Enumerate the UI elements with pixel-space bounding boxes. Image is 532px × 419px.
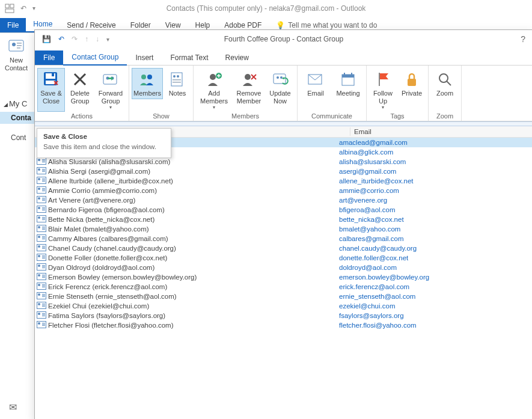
grid-row[interactable]: Chanel Caudy (chanel.caudy@caudy.org)cha… — [35, 243, 532, 253]
qat-app-icon — [5, 4, 14, 13]
svg-point-24 — [245, 74, 251, 80]
svg-rect-1 — [10, 4, 14, 8]
row-name: Fatima Saylors (fsaylors@saylors.org) — [48, 312, 335, 319]
row-email: ezekiel@chui.com — [335, 302, 532, 310]
popup-tab-review[interactable]: Review — [217, 50, 257, 65]
delete-icon — [72, 70, 88, 89]
row-name: Ernie Stenseth (ernie_stenseth@aol.com) — [48, 293, 335, 300]
grid-row[interactable]: Ammie Corrio (ammie@corrio.com)ammie@cor… — [35, 186, 532, 195]
my-contacts-header[interactable]: ◢My C — [4, 99, 27, 108]
add-members-icon — [206, 70, 222, 89]
popup-tab-insert[interactable]: Insert — [127, 50, 162, 65]
expand-icon: ◢ — [4, 102, 8, 108]
add-members-button[interactable]: Add Members ▾ — [196, 68, 232, 112]
grid-row[interactable]: Art Venere (art@venere.org)art@venere.or… — [35, 195, 532, 205]
svg-point-19 — [177, 75, 179, 78]
zoom-icon — [437, 70, 453, 89]
grid-row[interactable]: Emerson Bowley (emerson.bowley@bowley.or… — [35, 272, 532, 282]
grid-row[interactable]: Ernie Stenseth (ernie_stenseth@aol.com)e… — [35, 292, 532, 301]
grid-row[interactable]: Blair Malet (bmalet@yahoo.com)bmalet@yah… — [35, 224, 532, 234]
row-email: doldroyd@aol.com — [335, 264, 532, 271]
grid-row[interactable]: Bette Nicka (bette_nicka@cox.net)bette_n… — [35, 215, 532, 224]
follow-up-button[interactable]: Follow Up ▾ — [369, 68, 397, 112]
svg-rect-0 — [5, 4, 9, 8]
grid-row[interactable]: Dyan Oldroyd (doldroyd@aol.com)doldroyd@… — [35, 263, 532, 272]
contact-card-icon — [35, 225, 48, 233]
grid-row[interactable]: Alishia Sergi (asergi@gmail.com)asergi@g… — [35, 167, 532, 176]
email-button[interactable]: Email — [300, 68, 331, 99]
flag-icon — [376, 70, 390, 89]
grid-row[interactable]: Erick Ferencz (erick.ferencz@aol.com)eri… — [35, 282, 532, 292]
contact-card-icon — [35, 311, 48, 320]
contact-card-icon — [35, 234, 48, 243]
row-email: alisha@slusarski.com — [335, 158, 532, 165]
save-close-button[interactable]: Save & Close — [37, 68, 65, 112]
popup-tab-file[interactable]: File — [35, 50, 63, 65]
ribbon-group-communicate: Communicate — [300, 112, 364, 120]
mail-nav-icon[interactable]: ✉ — [9, 402, 17, 413]
save-icon[interactable]: 💾 — [42, 35, 51, 43]
ribbon-group-actions: Actions — [37, 112, 126, 120]
tab-file[interactable]: File — [0, 18, 26, 32]
col-email[interactable]: Email — [350, 128, 532, 135]
row-name: Erick Ferencz (erick.ferencz@aol.com) — [48, 283, 335, 290]
grid-row[interactable]: Donette Foller (donette.foller@cox.net)d… — [35, 253, 532, 263]
redo-icon[interactable]: ↷ — [72, 35, 78, 43]
grid-row[interactable]: Fletcher Flosi (fletcher.flosi@yahoo.com… — [35, 320, 532, 330]
row-name: Fletcher Flosi (fletcher.flosi@yahoo.com… — [48, 322, 335, 329]
row-email: chanel.caudy@caudy.org — [335, 245, 532, 252]
grid-row[interactable]: Ezekiel Chui (ezekiel@chui.com)ezekiel@c… — [35, 301, 532, 311]
qat-customize-icon[interactable]: ▾ — [106, 36, 109, 43]
popup-tab-contact-group[interactable]: Contact Group — [63, 50, 127, 66]
private-button[interactable]: Private — [398, 68, 426, 112]
svg-rect-34 — [408, 79, 416, 86]
svg-point-22 — [210, 74, 216, 80]
meeting-icon — [340, 70, 356, 89]
contact-card-icon — [35, 196, 48, 204]
ribbon-group-members: Members — [196, 112, 295, 120]
qat-customize-icon[interactable]: ▾ — [32, 5, 35, 11]
popup-tab-format-text[interactable]: Format Text — [162, 50, 216, 65]
row-email: fletcher.flosi@yahoo.com — [335, 322, 532, 329]
next-item-icon[interactable]: ↓ — [96, 35, 99, 43]
row-email: calbares@gmail.com — [335, 235, 532, 242]
row-email: erick.ferencz@aol.com — [335, 283, 532, 290]
name-field-area[interactable] — [35, 121, 532, 126]
grid-row[interactable]: Cammy Albares (calbares@gmail.com)calbar… — [35, 234, 532, 243]
grid-row[interactable]: Alisha Slusarski (alisha@slusarski.com)a… — [35, 157, 532, 167]
grid-row[interactable]: Allene Iturbide (allene_iturbide@cox.net… — [35, 176, 532, 186]
contact-card-icon — [35, 302, 48, 310]
undo-icon[interactable]: ↶ — [20, 4, 26, 13]
svg-rect-33 — [379, 73, 380, 86]
contact-card-icon — [35, 273, 48, 281]
row-email: emerson.bowley@bowley.org — [335, 274, 532, 281]
grid-row[interactable]: Fatima Saylors (fsaylors@saylors.org)fsa… — [35, 311, 532, 320]
meeting-button[interactable]: Meeting — [332, 68, 364, 99]
svg-rect-7 — [17, 47, 20, 49]
help-icon[interactable]: ? — [521, 34, 525, 44]
save-close-tooltip: Save & Close Save this item and close th… — [37, 128, 171, 158]
svg-point-35 — [439, 74, 448, 82]
row-email: bette_nicka@cox.net — [335, 216, 532, 223]
members-button[interactable]: Members — [132, 68, 163, 99]
row-email: art@venere.org — [335, 197, 532, 204]
delete-group-button[interactable]: Delete Group — [66, 68, 94, 112]
contact-card-icon — [35, 177, 48, 185]
notes-button[interactable]: Notes — [164, 68, 191, 99]
main-titlebar: ↶ ▾ Contacts (This computer only) - nela… — [0, 0, 532, 16]
contact-card-icon — [35, 321, 48, 329]
ribbon-group-zoom: Zoom — [431, 112, 459, 120]
row-email: bmalet@yahoo.com — [335, 225, 532, 233]
new-contact-button[interactable]: New Contact — [2, 37, 31, 72]
update-now-button[interactable]: Update Now — [266, 68, 295, 112]
svg-point-26 — [277, 76, 279, 79]
row-name: Dyan Oldroyd (doldroyd@aol.com) — [48, 264, 335, 271]
grid-row[interactable]: Bernardo Figeroa (bfigeroa@aol.com)bfige… — [35, 205, 532, 215]
prev-item-icon[interactable]: ↑ — [85, 35, 88, 43]
remove-member-button[interactable]: Remove Member — [233, 68, 264, 112]
contacts-folder[interactable]: Cont — [11, 133, 26, 142]
forward-group-button[interactable]: Forward Group ▾ — [95, 68, 126, 112]
undo-icon[interactable]: ↶ — [58, 35, 64, 43]
zoom-button[interactable]: Zoom — [431, 68, 459, 99]
row-email: ernie_stenseth@aol.com — [335, 293, 532, 300]
